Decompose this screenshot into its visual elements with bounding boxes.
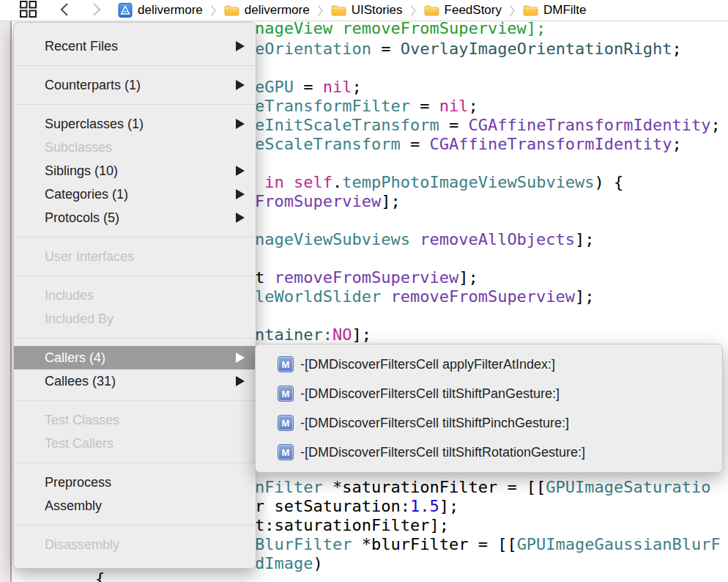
submenu-item-label: -[DMDiscoverFiltersCell tiltShiftPanGest… (300, 386, 560, 402)
menu-item-counterparts-1[interactable]: Counterparts (1) (14, 73, 256, 97)
code-line: nageView removeFromSuperview]; (255, 19, 546, 38)
menu-item-label: Siblings (10) (45, 163, 118, 178)
submenu-arrow-icon (236, 80, 245, 90)
submenu-item[interactable]: M-[DMDiscoverFiltersCell tiltShiftPinchG… (256, 408, 722, 438)
code-line: t:saturationFilter]; (255, 516, 449, 535)
menu-item-label: Recent Files (45, 39, 118, 54)
breadcrumb-label: FeedStory (445, 3, 502, 18)
breadcrumb-item[interactable]: delivermore (118, 3, 203, 18)
chevron-right-icon (92, 2, 102, 19)
menu-group: Callers (4)Callees (31) (14, 339, 256, 400)
submenu-arrow-icon (236, 166, 245, 176)
jump-bar: delivermoredelivermoreUIStoriesFeedStory… (0, 0, 728, 21)
submenu-arrow-icon (236, 213, 245, 223)
menu-item-label: Included By (45, 312, 114, 326)
breadcrumb-separator-icon (509, 4, 516, 17)
submenu-arrow-icon (236, 376, 245, 386)
menu-group: User Interfaces (14, 237, 256, 276)
menu-item-test-callers: Test Callers (14, 432, 256, 455)
breadcrumb-item[interactable]: DMFilte (523, 3, 587, 18)
forward-button[interactable] (92, 2, 102, 19)
breadcrumb: delivermoredelivermoreUIStoriesFeedStory… (118, 3, 728, 18)
menu-group: Disassembly (14, 526, 256, 564)
menu-group: Recent Files (14, 27, 256, 65)
code-line: in self.tempPhotoImageViewSubviews) { (255, 173, 623, 192)
menu-item-label: Includes (45, 288, 94, 303)
code-line: eTransformFilter = nil; (255, 97, 478, 116)
breadcrumb-label: DMFilte (543, 3, 587, 18)
submenu-arrow-icon (236, 189, 245, 199)
menu-item-disassembly: Disassembly (14, 533, 256, 556)
submenu-item[interactable]: M-[DMDiscoverFiltersCell tiltShiftRotati… (256, 438, 722, 467)
menu-item-callees-31[interactable]: Callees (31) (14, 369, 256, 393)
code-line: BlurFilter *blurFilter = [[GPUImageGauss… (255, 535, 721, 554)
code-line: dImage) (255, 554, 323, 573)
menu-item-label: Callees (31) (45, 374, 116, 388)
menu-group: Counterparts (1) (14, 66, 256, 104)
callers-submenu: M-[DMDiscoverFiltersCell applyFilterAtIn… (255, 344, 723, 473)
code-line: nageViewSubviews removeAllObjects]; (255, 230, 595, 249)
breadcrumb-item[interactable]: FeedStory (424, 3, 502, 18)
submenu-item[interactable]: M-[DMDiscoverFiltersCell tiltShiftPanGes… (256, 379, 722, 408)
code-line: r setSaturation:1.5]; (255, 497, 458, 516)
menu-item-categories-1[interactable]: Categories (1) (14, 183, 256, 206)
menu-item-label: Assembly (45, 498, 102, 513)
related-items-icon (19, 0, 37, 21)
code-line: leWorldSlider removeFromSuperview]; (255, 287, 595, 306)
menu-item-label: Categories (1) (45, 187, 128, 202)
menu-item-callers-4[interactable]: Callers (4) (14, 346, 256, 369)
folder-icon (523, 4, 538, 16)
menu-item-label: Callers (4) (45, 350, 105, 365)
menu-group: IncludesIncluded By (14, 276, 256, 338)
submenu-arrow-icon (236, 41, 245, 51)
menu-item-includes: Includes (14, 284, 256, 307)
menu-group: Test ClassesTest Callers (14, 401, 256, 463)
menu-item-subclasses: Subclasses (14, 136, 256, 159)
code-line: eInitScaleTransform = CGAffineTransformI… (255, 116, 721, 135)
menu-item-recent-files[interactable]: Recent Files (14, 34, 256, 58)
code-line: FromSuperview]; (255, 192, 401, 211)
menu-item-preprocess[interactable]: Preprocess (14, 471, 256, 494)
back-button[interactable] (59, 2, 69, 19)
menu-item-label: Subclasses (45, 140, 112, 155)
breadcrumb-separator-icon (410, 4, 417, 17)
submenu-item-label: -[DMDiscoverFiltersCell tiltShiftRotatio… (300, 445, 585, 460)
window-edge-strip (0, 21, 12, 582)
folder-icon (331, 4, 346, 16)
breadcrumb-separator-icon (317, 4, 324, 17)
menu-item-test-classes: Test Classes (14, 408, 256, 432)
code-line: t removeFromSuperview]; (255, 268, 478, 287)
menu-item-label: Protocols (5) (45, 210, 119, 225)
menu-item-superclasses-1[interactable]: Superclasses (1) (14, 112, 256, 136)
code-line: ntainer:NO]; (255, 325, 371, 345)
submenu-item-label: -[DMDiscoverFiltersCell tiltShiftPinchGe… (300, 416, 569, 431)
menu-item-protocols-5[interactable]: Protocols (5) (14, 206, 256, 229)
menu-item-siblings-10[interactable]: Siblings (10) (14, 159, 256, 183)
folder-icon (224, 4, 239, 16)
menu-item-assembly[interactable]: Assembly (14, 494, 256, 517)
code-line: eScaleTransform = CGAffineTransformIdent… (255, 135, 682, 154)
breadcrumb-item[interactable]: delivermore (224, 3, 310, 18)
breadcrumb-separator-icon (210, 4, 217, 17)
project-icon (118, 3, 133, 18)
xcode-window: { "jump_bar": { "crumbs": ["delivermore"… (0, 0, 728, 582)
menu-item-label: Disassembly (45, 537, 119, 552)
menu-item-label: Superclasses (1) (45, 117, 144, 131)
breadcrumb-item[interactable]: UIStories (331, 3, 403, 18)
method-icon: M (278, 444, 294, 460)
menu-item-label: Test Classes (45, 413, 119, 427)
breadcrumb-label: delivermore (245, 3, 310, 18)
method-icon: M (278, 386, 294, 402)
menu-group: Superclasses (1)SubclassesSiblings (10)C… (14, 105, 256, 237)
method-icon: M (278, 356, 294, 372)
menu-item-label: Test Callers (45, 436, 114, 451)
related-items-menu: Recent FilesCounterparts (1)Superclasses… (13, 22, 256, 569)
submenu-item[interactable]: M-[DMDiscoverFiltersCell applyFilterAtIn… (256, 350, 722, 379)
menu-item-user-interfaces: User Interfaces (14, 245, 256, 268)
submenu-arrow-icon (236, 353, 245, 363)
menu-item-label: Preprocess (45, 475, 111, 490)
related-items-button[interactable] (19, 0, 37, 21)
code-line: nFilter *saturationFilter = [[GPUImageSa… (255, 478, 711, 497)
code-line: eGPU = nil; (255, 78, 362, 97)
breadcrumb-label: delivermore (138, 3, 203, 18)
